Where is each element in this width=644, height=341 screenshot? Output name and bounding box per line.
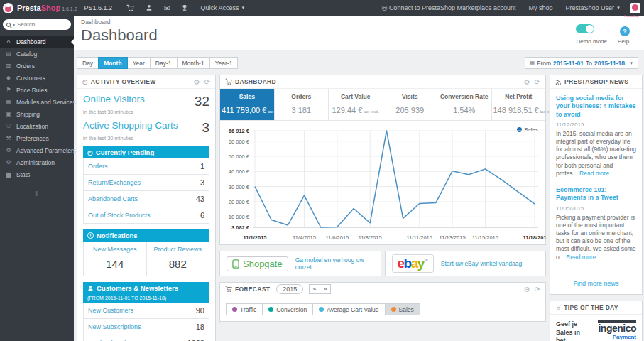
demo-mode-toggle[interactable] <box>576 24 594 33</box>
range-button-month[interactable]: Month <box>98 57 128 69</box>
sales-chart: Sales 66 912 €60 000 €50 000 €40 000 €30… <box>220 121 545 244</box>
forecast-toggle-conversion[interactable]: Conversion <box>262 303 313 315</box>
forecast-next-button[interactable]: » <box>320 284 331 294</box>
stat-label-orders[interactable]: Orders <box>88 163 108 170</box>
sidebar-item-preferences[interactable]: ⚒Preferences <box>0 132 74 144</box>
sidebar-item-modules-and-services[interactable]: ▦Modules and Services <box>0 96 74 108</box>
kpi-cart-value[interactable]: Cart Value129,44 € tax excl. <box>329 89 383 120</box>
my-shop-link[interactable]: My shop <box>528 4 552 11</box>
clock-icon: ◷ <box>82 78 88 85</box>
active-carts-link[interactable]: Active Shopping Carts <box>83 120 178 131</box>
notification-value: 882 <box>147 258 209 270</box>
cart-icon[interactable] <box>126 4 134 12</box>
refresh-icon[interactable]: ⟳ <box>535 286 540 293</box>
sidebar-item-orders[interactable]: ▥Orders <box>0 60 74 72</box>
online-visitors-value: 32 <box>195 94 209 109</box>
ebay-letter: e <box>398 256 404 271</box>
cart-icon <box>225 78 232 85</box>
kpi-suffix: tax excl. <box>362 109 379 114</box>
range-button-day[interactable]: Day <box>77 57 99 69</box>
marketplace-link[interactable]: ◎ Connect to PrestaShop Marketplace acco… <box>382 4 516 11</box>
stats-icon: ▆ <box>5 171 12 178</box>
forecast-prev-button[interactable]: « <box>309 284 320 294</box>
dashboard-icon: ⌂ <box>5 38 12 45</box>
sidebar-item-catalog[interactable]: ▤Catalog <box>0 48 74 60</box>
range-button-day-1[interactable]: Day-1 <box>150 57 178 69</box>
kpi-sales[interactable]: Sales411 759,00 € tax excl. <box>220 89 275 120</box>
ingenico-logo: ingenico Payment services <box>592 320 636 341</box>
refresh-icon[interactable]: ⟳ <box>535 78 540 86</box>
kpi-conversion-rate[interactable]: Conversion Rate1.54% <box>437 89 492 120</box>
shopgate-wordmark: Shopgate <box>243 259 283 269</box>
stat-label-out-of-stock-products[interactable]: Out of Stock Products <box>88 212 151 219</box>
stat-label-abandoned-carts[interactable]: Abandoned Carts <box>88 195 138 202</box>
orders-icon: ▥ <box>5 63 12 69</box>
settings-icon[interactable]: ⚙ <box>524 78 530 86</box>
user-menu[interactable]: PrestaShop User▼ <box>566 4 621 11</box>
sidebar-collapse-button[interactable]: ‖ <box>0 190 74 197</box>
forecast-toggle-average-cart-value[interactable]: Average Cart Value <box>312 303 385 315</box>
range-button-year-1[interactable]: Year-1 <box>209 57 239 69</box>
sidebar-item-customers[interactable]: ☻Customers <box>0 72 74 84</box>
sidebar-item-label: Shipping <box>16 111 40 118</box>
trophy-icon[interactable] <box>181 4 188 11</box>
range-button-month-1[interactable]: Month-1 <box>177 57 210 69</box>
prestashop-logo[interactable] <box>3 3 13 13</box>
news-article-title[interactable]: Using social media for your business: 4 … <box>556 94 636 119</box>
sidebar-item-label: Preferences <box>16 135 49 142</box>
settings-icon[interactable]: ⚙ <box>194 78 200 86</box>
sidebar-item-advanced-parameters[interactable]: ⚙Advanced Parameters <box>0 144 74 156</box>
sidebar-item-label: Localization <box>16 123 48 130</box>
sidebar-item-localization[interactable]: ☉Localization <box>0 120 74 132</box>
sidebar: ▼ ⌂Dashboard▤Catalog▥Orders☻Customers⚑Pr… <box>0 16 74 341</box>
sidebar-item-administration[interactable]: ⚙Administration <box>0 156 74 168</box>
notification-cell-product-reviews[interactable]: Product Reviews882 <box>146 242 209 276</box>
ebay-letter: y <box>417 256 424 271</box>
person-icon <box>87 285 94 291</box>
stat-label-new-subscriptions[interactable]: New Subscriptions <box>88 323 141 330</box>
search-input[interactable] <box>17 21 58 28</box>
forecast-toggle-traffic[interactable]: Traffic <box>226 303 263 315</box>
help-icon[interactable]: ? <box>620 26 630 36</box>
sidebar-item-shipping[interactable]: ▣Shipping <box>0 108 74 120</box>
read-more-link[interactable]: Read more <box>579 170 609 177</box>
notification-cell-new-messages[interactable]: New Messages144 <box>84 242 146 276</box>
sidebar-item-stats[interactable]: ▆Stats <box>0 168 74 180</box>
find-more-news-link[interactable]: Find more news <box>550 280 642 287</box>
read-more-link[interactable]: Read more <box>566 254 596 261</box>
advanced-parameters-icon: ⚙ <box>5 147 12 153</box>
news-article-title[interactable]: Ecommerce 101: Payments in a Tweet <box>556 186 636 202</box>
breadcrumb[interactable]: Dashboard <box>81 18 158 26</box>
sidebar-item-dashboard[interactable]: ⌂Dashboard <box>0 36 74 48</box>
online-visitors-link[interactable]: Online Visitors <box>83 94 145 104</box>
preferences-icon: ⚒ <box>5 135 12 141</box>
quick-access-menu[interactable]: Quick Access▼ <box>200 4 245 11</box>
person-icon[interactable] <box>146 4 153 11</box>
shopgate-logo: Shopgate <box>227 256 288 271</box>
brand[interactable]: PrestaShop1.6.1.2 <box>17 4 77 12</box>
chevron-down-icon: ▼ <box>629 61 633 65</box>
kpi-net-profit[interactable]: Net Profit148 918,51 € tax excl. <box>492 89 546 120</box>
date-range-picker[interactable]: ▦ From 2015-11-01 To 2015-11-18 ▼ <box>525 57 638 69</box>
search-icon <box>6 23 11 27</box>
shopgate-link[interactable]: Ga mobiel en verhoog uw omzet <box>295 256 374 271</box>
refresh-icon[interactable]: ⟳ <box>204 78 210 86</box>
forecast-toggle-sales[interactable]: Sales <box>385 303 420 315</box>
stat-label-return-exchanges[interactable]: Return/Exchanges <box>88 179 141 186</box>
activity-overview-panel: ◷ ACTIVITY OVERVIEW ⚙⟳ Online Visitors 3… <box>77 75 216 341</box>
sidebar-item-price-rules[interactable]: ⚑Price Rules <box>0 84 74 96</box>
kpi-orders[interactable]: Orders3 181 <box>275 89 329 120</box>
ebay-link[interactable]: Start uw eBay-winkel vandaag <box>441 260 522 267</box>
stat-label-new-customers[interactable]: New Customers <box>88 307 133 314</box>
user-avatar[interactable]: PrestaShop <box>630 3 640 13</box>
sidebar-item-label: Price Rules <box>16 87 47 94</box>
envelope-icon[interactable]: ✉ <box>164 4 170 12</box>
forecast-year-selector[interactable]: 2015 <box>276 284 303 294</box>
settings-icon[interactable]: ⚙ <box>524 286 530 293</box>
brand-version: 1.6.1.2 <box>62 6 77 11</box>
search-scope-caret-icon[interactable]: ▼ <box>12 23 16 27</box>
range-button-year[interactable]: Year <box>127 57 151 69</box>
kpi-visits[interactable]: Visits205 939 <box>383 89 438 120</box>
y-axis-tick: 40 000 € <box>229 168 249 175</box>
exclamation-icon: ! <box>87 232 94 239</box>
